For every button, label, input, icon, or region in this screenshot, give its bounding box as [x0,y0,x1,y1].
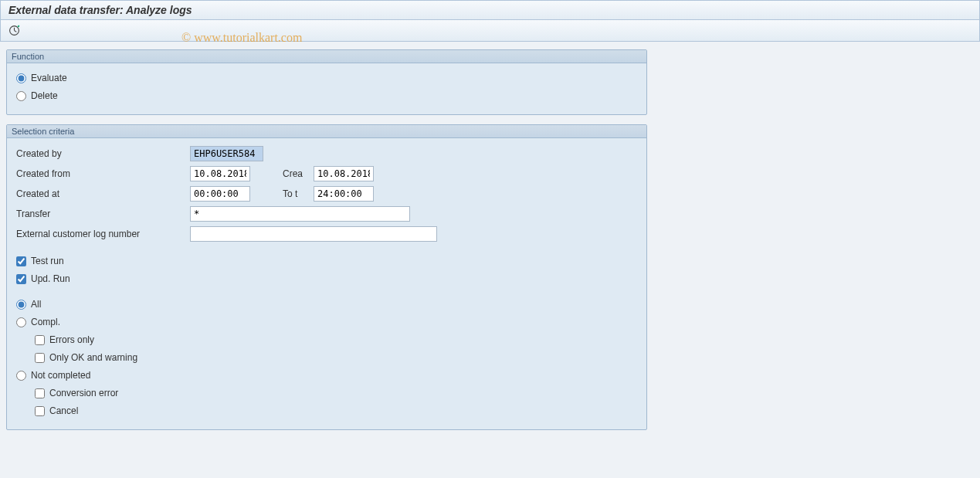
execute-icon[interactable] [7,24,21,38]
created-to-time-label: To t [283,188,314,199]
upd-run-checkbox[interactable] [16,274,26,284]
test-run-label: Test run [31,256,64,266]
ok-warning-label: Only OK and warning [49,352,137,363]
created-to-date-label: Crea [283,168,314,179]
content-area: Function Evaluate Delete Selection crite… [0,42,980,447]
ext-log-label: External customer log number [16,229,190,239]
created-by-label: Created by [16,148,190,159]
selection-criteria-group: Selection criteria Created by Created fr… [6,124,647,430]
errors-only-label: Errors only [49,334,94,345]
compl-label: Compl. [31,317,60,327]
delete-radio[interactable] [16,91,26,101]
test-run-checkbox[interactable] [16,256,26,266]
created-at-label: Created at [16,188,190,199]
evaluate-label: Evaluate [31,73,67,83]
all-radio[interactable] [16,300,26,310]
created-at-input[interactable] [190,186,250,202]
transfer-label: Transfer [16,208,190,219]
selection-group-title: Selection criteria [7,125,646,138]
created-by-input[interactable] [190,146,263,161]
not-completed-label: Not completed [31,370,90,381]
conversion-error-checkbox[interactable] [35,388,45,398]
svg-line-2 [14,31,16,32]
upd-run-label: Upd. Run [31,273,70,284]
not-completed-radio[interactable] [16,371,26,381]
created-from-input[interactable] [190,166,250,181]
page-title: External data transfer: Analyze logs [8,4,192,16]
errors-only-checkbox[interactable] [35,335,45,345]
toolbar [0,20,980,42]
created-to-date-input[interactable] [314,166,374,181]
delete-label: Delete [31,90,58,101]
created-to-time-input[interactable] [314,186,374,202]
conversion-error-label: Conversion error [49,388,118,398]
title-bar: External data transfer: Analyze logs [0,0,980,20]
compl-radio[interactable] [16,317,26,327]
evaluate-radio[interactable] [16,73,26,83]
created-from-label: Created from [16,168,190,179]
function-group-title: Function [7,50,646,63]
function-group: Function Evaluate Delete [6,49,647,115]
ok-warning-checkbox[interactable] [35,353,45,363]
all-label: All [31,299,41,310]
cancel-checkbox[interactable] [35,406,45,416]
transfer-input[interactable] [190,206,410,222]
ext-log-input[interactable] [190,226,437,242]
cancel-label: Cancel [49,405,78,416]
